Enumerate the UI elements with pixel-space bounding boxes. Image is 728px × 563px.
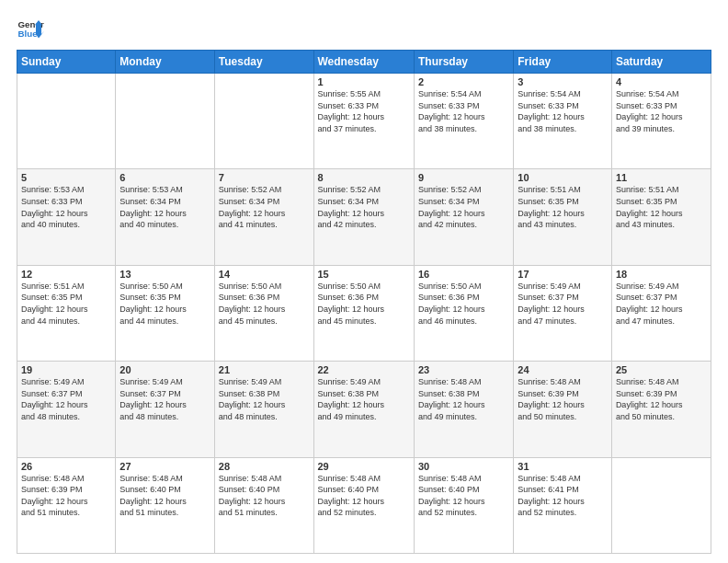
day-info: Sunrise: 5:51 AM Sunset: 6:35 PM Dayligh… [21, 281, 111, 327]
day-number: 21 [219, 364, 310, 375]
day-info: Sunrise: 5:48 AM Sunset: 6:41 PM Dayligh… [518, 473, 608, 519]
header-row: SundayMondayTuesdayWednesdayThursdayFrid… [17, 51, 711, 74]
day-number: 19 [21, 364, 111, 375]
day-info: Sunrise: 5:54 AM Sunset: 6:33 PM Dayligh… [418, 88, 509, 134]
day-info: Sunrise: 5:50 AM Sunset: 6:36 PM Dayligh… [418, 281, 509, 327]
day-number: 24 [518, 364, 608, 375]
day-number: 12 [21, 269, 111, 280]
day-cell: 17Sunrise: 5:49 AM Sunset: 6:37 PM Dayli… [514, 265, 612, 361]
day-number: 1 [318, 76, 410, 87]
day-info: Sunrise: 5:54 AM Sunset: 6:33 PM Dayligh… [518, 88, 608, 134]
day-cell: 16Sunrise: 5:50 AM Sunset: 6:36 PM Dayli… [414, 265, 513, 361]
header-cell-sunday: Sunday [17, 51, 116, 74]
day-number: 27 [119, 461, 210, 472]
day-number: 22 [318, 364, 410, 375]
day-cell: 8Sunrise: 5:52 AM Sunset: 6:34 PM Daylig… [313, 169, 414, 265]
day-info: Sunrise: 5:49 AM Sunset: 6:37 PM Dayligh… [21, 376, 111, 422]
day-info: Sunrise: 5:50 AM Sunset: 6:36 PM Dayligh… [318, 281, 410, 327]
day-info: Sunrise: 5:51 AM Sunset: 6:35 PM Dayligh… [616, 184, 707, 230]
day-info: Sunrise: 5:49 AM Sunset: 6:37 PM Dayligh… [518, 281, 608, 327]
day-cell: 6Sunrise: 5:53 AM Sunset: 6:34 PM Daylig… [116, 169, 214, 265]
day-cell: 18Sunrise: 5:49 AM Sunset: 6:37 PM Dayli… [611, 265, 711, 361]
day-cell: 15Sunrise: 5:50 AM Sunset: 6:36 PM Dayli… [313, 265, 414, 361]
day-number: 17 [518, 269, 608, 280]
day-info: Sunrise: 5:50 AM Sunset: 6:35 PM Dayligh… [119, 281, 210, 327]
day-cell: 2Sunrise: 5:54 AM Sunset: 6:33 PM Daylig… [414, 74, 513, 169]
day-cell: 31Sunrise: 5:48 AM Sunset: 6:41 PM Dayli… [514, 457, 612, 553]
day-number: 6 [119, 172, 210, 183]
day-number: 10 [518, 172, 608, 183]
day-cell [611, 457, 711, 553]
day-info: Sunrise: 5:55 AM Sunset: 6:33 PM Dayligh… [318, 88, 410, 134]
day-number: 7 [219, 172, 310, 183]
day-number: 4 [616, 76, 707, 87]
day-cell: 29Sunrise: 5:48 AM Sunset: 6:40 PM Dayli… [313, 457, 414, 553]
day-number: 25 [616, 364, 707, 375]
day-number: 16 [418, 269, 509, 280]
day-info: Sunrise: 5:50 AM Sunset: 6:36 PM Dayligh… [219, 281, 310, 327]
day-info: Sunrise: 5:48 AM Sunset: 6:40 PM Dayligh… [219, 473, 310, 519]
day-info: Sunrise: 5:48 AM Sunset: 6:39 PM Dayligh… [616, 376, 707, 422]
header-cell-friday: Friday [514, 51, 612, 74]
day-number: 30 [418, 461, 509, 472]
week-row-3: 12Sunrise: 5:51 AM Sunset: 6:35 PM Dayli… [17, 265, 711, 361]
day-number: 23 [418, 364, 509, 375]
day-cell: 10Sunrise: 5:51 AM Sunset: 6:35 PM Dayli… [514, 169, 612, 265]
day-cell: 14Sunrise: 5:50 AM Sunset: 6:36 PM Dayli… [214, 265, 313, 361]
header-cell-monday: Monday [116, 51, 214, 74]
day-cell: 9Sunrise: 5:52 AM Sunset: 6:34 PM Daylig… [414, 169, 513, 265]
day-cell [17, 74, 116, 169]
day-info: Sunrise: 5:52 AM Sunset: 6:34 PM Dayligh… [318, 184, 410, 230]
day-info: Sunrise: 5:51 AM Sunset: 6:35 PM Dayligh… [518, 184, 608, 230]
day-cell: 26Sunrise: 5:48 AM Sunset: 6:39 PM Dayli… [17, 457, 116, 553]
day-number: 26 [21, 461, 111, 472]
day-cell: 21Sunrise: 5:49 AM Sunset: 6:38 PM Dayli… [214, 362, 313, 457]
day-cell [214, 74, 313, 169]
day-info: Sunrise: 5:48 AM Sunset: 6:40 PM Dayligh… [418, 473, 509, 519]
header-cell-wednesday: Wednesday [313, 51, 414, 74]
day-cell: 1Sunrise: 5:55 AM Sunset: 6:33 PM Daylig… [313, 74, 414, 169]
header-cell-thursday: Thursday [414, 51, 513, 74]
logo: General Blue [17, 15, 44, 42]
day-number: 5 [21, 172, 111, 183]
day-number: 3 [518, 76, 608, 87]
day-number: 11 [616, 172, 707, 183]
day-info: Sunrise: 5:54 AM Sunset: 6:33 PM Dayligh… [616, 88, 707, 134]
day-info: Sunrise: 5:49 AM Sunset: 6:38 PM Dayligh… [219, 376, 310, 422]
day-cell: 27Sunrise: 5:48 AM Sunset: 6:40 PM Dayli… [116, 457, 214, 553]
week-row-2: 5Sunrise: 5:53 AM Sunset: 6:33 PM Daylig… [17, 169, 711, 265]
day-info: Sunrise: 5:48 AM Sunset: 6:40 PM Dayligh… [318, 473, 410, 519]
svg-text:Blue: Blue [18, 29, 39, 39]
day-number: 14 [219, 269, 310, 280]
day-info: Sunrise: 5:48 AM Sunset: 6:40 PM Dayligh… [119, 473, 210, 519]
day-number: 2 [418, 76, 509, 87]
day-cell: 5Sunrise: 5:53 AM Sunset: 6:33 PM Daylig… [17, 169, 116, 265]
day-number: 29 [318, 461, 410, 472]
day-cell: 4Sunrise: 5:54 AM Sunset: 6:33 PM Daylig… [611, 74, 711, 169]
day-cell: 13Sunrise: 5:50 AM Sunset: 6:35 PM Dayli… [116, 265, 214, 361]
day-cell: 28Sunrise: 5:48 AM Sunset: 6:40 PM Dayli… [214, 457, 313, 553]
day-number: 31 [518, 461, 608, 472]
day-cell: 22Sunrise: 5:49 AM Sunset: 6:38 PM Dayli… [313, 362, 414, 457]
day-cell: 12Sunrise: 5:51 AM Sunset: 6:35 PM Dayli… [17, 265, 116, 361]
page: General Blue SundayMondayTuesdayWednesda… [0, 0, 728, 563]
day-info: Sunrise: 5:53 AM Sunset: 6:34 PM Dayligh… [119, 184, 210, 230]
day-number: 28 [219, 461, 310, 472]
day-cell: 23Sunrise: 5:48 AM Sunset: 6:38 PM Dayli… [414, 362, 513, 457]
calendar-table: SundayMondayTuesdayWednesdayThursdayFrid… [17, 50, 711, 554]
day-cell [116, 74, 214, 169]
day-info: Sunrise: 5:49 AM Sunset: 6:37 PM Dayligh… [119, 376, 210, 422]
day-cell: 19Sunrise: 5:49 AM Sunset: 6:37 PM Dayli… [17, 362, 116, 457]
day-info: Sunrise: 5:48 AM Sunset: 6:39 PM Dayligh… [21, 473, 111, 519]
day-info: Sunrise: 5:49 AM Sunset: 6:38 PM Dayligh… [318, 376, 410, 422]
day-info: Sunrise: 5:48 AM Sunset: 6:38 PM Dayligh… [418, 376, 509, 422]
header-cell-saturday: Saturday [611, 51, 711, 74]
day-info: Sunrise: 5:52 AM Sunset: 6:34 PM Dayligh… [219, 184, 310, 230]
week-row-1: 1Sunrise: 5:55 AM Sunset: 6:33 PM Daylig… [17, 74, 711, 169]
day-cell: 3Sunrise: 5:54 AM Sunset: 6:33 PM Daylig… [514, 74, 612, 169]
day-info: Sunrise: 5:52 AM Sunset: 6:34 PM Dayligh… [418, 184, 509, 230]
week-row-4: 19Sunrise: 5:49 AM Sunset: 6:37 PM Dayli… [17, 362, 711, 457]
day-info: Sunrise: 5:48 AM Sunset: 6:39 PM Dayligh… [518, 376, 608, 422]
week-row-5: 26Sunrise: 5:48 AM Sunset: 6:39 PM Dayli… [17, 457, 711, 553]
header-cell-tuesday: Tuesday [214, 51, 313, 74]
